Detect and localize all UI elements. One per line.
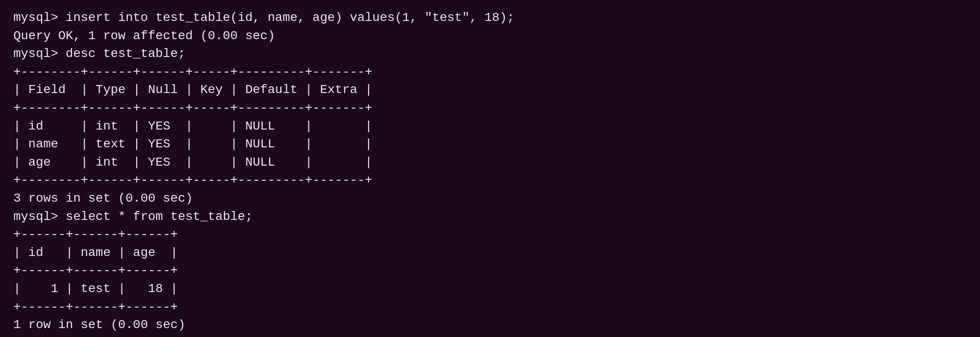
terminal-line-4: mysql> desc test_table; xyxy=(13,45,967,63)
terminal-line-20: 1 row in set (0.00 sec) xyxy=(13,316,967,334)
terminal-line-1: mysql> insert into test_table(id, name, … xyxy=(13,9,967,27)
terminal-line-2: Query OK, 1 row affected (0.00 sec) xyxy=(13,27,967,45)
terminal-line-10: | age | int | YES | | NULL | | xyxy=(13,154,967,172)
terminal-line-19: +------+------+------+ xyxy=(13,298,967,317)
terminal-line-5: +--------+------+------+-----+---------+… xyxy=(13,63,967,81)
terminal-line-7: +--------+------+------+-----+---------+… xyxy=(13,99,967,118)
terminal-line-16: | id | name | age | xyxy=(13,244,967,262)
terminal-line-6: | Field | Type | Null | Key | Default | … xyxy=(13,81,967,99)
terminal-line-17: +------+------+------+ xyxy=(13,262,967,280)
terminal-line-9: | name | text | YES | | NULL | | xyxy=(13,135,967,154)
terminal-line-11: +--------+------+------+-----+---------+… xyxy=(13,171,967,190)
terminal-window[interactable]: mysql> insert into test_table(id, name, … xyxy=(0,0,980,337)
terminal-line-15: +------+------+------+ xyxy=(13,226,967,244)
terminal-line-14: mysql> select * from test_table; xyxy=(13,208,967,226)
terminal-line-8: | id | int | YES | | NULL | | xyxy=(13,118,967,136)
terminal-line-12: 3 rows in set (0.00 sec) xyxy=(13,190,967,208)
terminal-line-18: | 1 | test | 18 | xyxy=(13,280,967,298)
